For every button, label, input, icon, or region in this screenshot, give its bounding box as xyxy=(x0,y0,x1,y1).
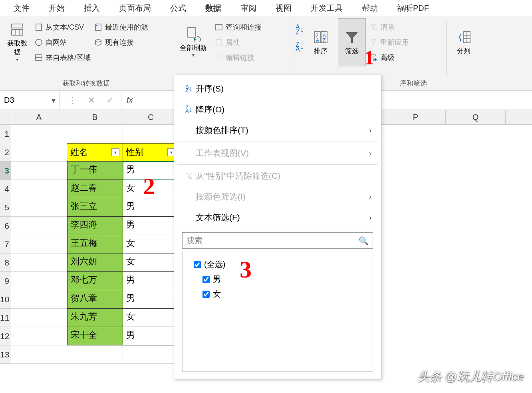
tab-review[interactable]: 审阅 xyxy=(231,0,266,17)
fx-icon[interactable]: fx xyxy=(122,96,138,105)
cell[interactable] xyxy=(11,272,67,290)
row-header[interactable]: 6 xyxy=(0,217,11,235)
tab-view[interactable]: 视图 xyxy=(266,0,301,17)
table-cell[interactable]: 女 xyxy=(123,235,179,253)
table-cell[interactable]: 朱九芳 xyxy=(67,309,123,327)
cell[interactable] xyxy=(67,125,123,143)
tab-file[interactable]: 文件 xyxy=(4,0,39,17)
table-cell[interactable]: 丁一伟 xyxy=(67,162,123,180)
cancel-x-icon[interactable]: ✕ xyxy=(88,95,95,106)
filter-dropdown-icon[interactable]: ▾ xyxy=(111,148,119,156)
sort-desc-icon[interactable]: ZA↓ xyxy=(296,42,304,53)
text-to-columns-button[interactable]: 分列 xyxy=(450,18,478,66)
table-header-gender[interactable]: 性别▾ xyxy=(123,143,179,162)
tab-developer[interactable]: 开发工具 xyxy=(301,0,352,17)
advanced-filter-button[interactable]: 高级 xyxy=(369,53,409,62)
refresh-all-button[interactable]: 全部刷新 ▾ xyxy=(175,18,211,66)
name-box[interactable]: D3▾ xyxy=(0,91,60,110)
tab-help[interactable]: 帮助 xyxy=(352,0,387,17)
table-cell[interactable]: 男 xyxy=(123,162,179,180)
table-cell[interactable]: 男 xyxy=(123,217,179,235)
cell[interactable] xyxy=(11,235,67,253)
queries-connections-button[interactable]: 查询和连接 xyxy=(214,22,262,32)
table-cell[interactable]: 张三立 xyxy=(67,198,123,217)
cell[interactable] xyxy=(11,290,67,309)
table-cell[interactable]: 贺八章 xyxy=(67,290,123,309)
cell[interactable] xyxy=(11,327,67,345)
cell[interactable] xyxy=(11,162,67,180)
cell[interactable] xyxy=(11,345,67,364)
filter-search-input[interactable]: 搜索🔍 xyxy=(182,232,373,249)
table-cell[interactable]: 男 xyxy=(123,327,179,345)
table-cell[interactable]: 邓七万 xyxy=(67,272,123,290)
row-header[interactable]: 9 xyxy=(0,272,11,290)
cell[interactable] xyxy=(123,345,179,364)
table-cell[interactable]: 赵二春 xyxy=(67,180,123,198)
reapply-filter-button[interactable]: 重新应用 xyxy=(369,38,409,47)
clear-filter-button[interactable]: 清除 xyxy=(369,22,409,32)
expand-icon[interactable]: ⋮ xyxy=(68,95,77,106)
table-cell[interactable]: 女 xyxy=(123,253,179,272)
tab-layout[interactable]: 页面布局 xyxy=(109,0,161,17)
table-cell[interactable]: 男 xyxy=(123,290,179,309)
table-cell[interactable]: 宋十全 xyxy=(67,327,123,345)
row-header[interactable]: 10 xyxy=(0,290,11,309)
row-header[interactable]: 4 xyxy=(0,180,11,198)
accept-check-icon[interactable]: ✓ xyxy=(106,95,113,106)
row-header[interactable]: 5 xyxy=(0,198,11,217)
tab-home[interactable]: 开始 xyxy=(39,0,74,17)
col-header-Q[interactable]: Q xyxy=(446,110,506,124)
table-cell[interactable]: 刘六妍 xyxy=(67,253,123,272)
table-cell[interactable]: 李四海 xyxy=(67,217,123,235)
menu-sort-asc[interactable]: AZ↓升序(S) xyxy=(174,78,381,99)
table-cell[interactable]: 男 xyxy=(123,272,179,290)
cell[interactable] xyxy=(11,143,67,162)
menu-text-filter[interactable]: 文本筛选(F)› xyxy=(174,207,381,228)
table-cell[interactable]: 女 xyxy=(123,180,179,198)
menu-sort-desc[interactable]: ZA↓降序(O) xyxy=(174,99,381,120)
table-cell[interactable]: 男 xyxy=(123,198,179,217)
cell[interactable] xyxy=(11,198,67,217)
tab-formulas[interactable]: 公式 xyxy=(161,0,196,17)
select-all-corner[interactable] xyxy=(0,110,11,124)
cell[interactable] xyxy=(11,180,67,198)
table-cell[interactable]: 女 xyxy=(123,309,179,327)
row-header[interactable]: 12 xyxy=(0,327,11,345)
from-table-button[interactable]: 来自表格/区域 xyxy=(34,53,91,62)
chevron-down-icon[interactable]: ▾ xyxy=(52,96,56,105)
table-header-name[interactable]: 姓名▾ xyxy=(67,143,123,162)
cell[interactable] xyxy=(11,125,67,143)
from-web-button[interactable]: 自网站 xyxy=(34,38,91,47)
row-header[interactable]: 2 xyxy=(0,143,11,162)
tab-insert[interactable]: 插入 xyxy=(74,0,109,17)
menu-sort-by-color[interactable]: 按颜色排序(T)› xyxy=(174,120,381,141)
tab-data[interactable]: 数据 xyxy=(196,0,231,17)
row-header[interactable]: 7 xyxy=(0,235,11,253)
check-select-all[interactable]: (全选) xyxy=(188,257,367,272)
row-header[interactable]: 3 xyxy=(0,162,11,180)
row-header[interactable]: 11 xyxy=(0,309,11,327)
cell[interactable] xyxy=(11,253,67,272)
row-header[interactable]: 13 xyxy=(0,345,11,364)
cell[interactable] xyxy=(67,345,123,364)
cell[interactable] xyxy=(11,217,67,235)
existing-connections-button[interactable]: 现有连接 xyxy=(94,38,148,47)
cell[interactable] xyxy=(11,309,67,327)
table-cell[interactable]: 王五梅 xyxy=(67,235,123,253)
cell[interactable] xyxy=(123,125,179,143)
recent-sources-button[interactable]: 最近使用的源 xyxy=(94,22,148,32)
filter-button[interactable]: 筛选 xyxy=(338,18,366,66)
col-header-C[interactable]: C xyxy=(123,110,179,124)
col-header-A[interactable]: A xyxy=(11,110,67,124)
row-header[interactable]: 8 xyxy=(0,253,11,272)
col-header-B[interactable]: B xyxy=(67,110,123,124)
sort-asc-icon[interactable]: AZ↓ xyxy=(296,25,304,35)
check-option[interactable]: 男 xyxy=(188,272,367,287)
from-text-csv-button[interactable]: 从文本/CSV xyxy=(34,22,91,32)
tab-pdf[interactable]: 福昕PDF xyxy=(387,0,439,17)
sort-button[interactable]: ZAAZ 排序 xyxy=(307,18,335,66)
check-option[interactable]: 女 xyxy=(188,287,367,301)
row-header[interactable]: 1 xyxy=(0,125,11,143)
get-data-button[interactable]: 获取数 据 ▾ xyxy=(3,18,31,66)
properties-button[interactable]: 属性 xyxy=(214,38,262,47)
